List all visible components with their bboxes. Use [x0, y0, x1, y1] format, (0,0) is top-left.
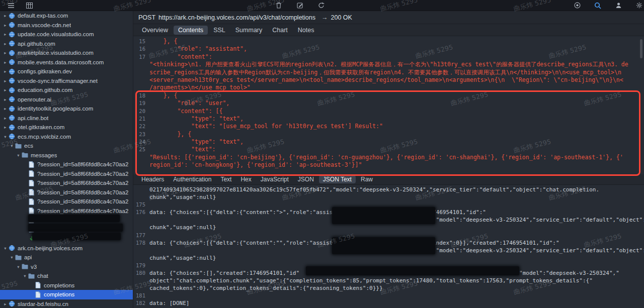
code-line: 18}, { — [133, 92, 644, 99]
chevron-right-icon[interactable]: ▸ — [3, 23, 8, 28]
sidebar-item-selected[interactable]: completions — [0, 290, 133, 299]
line-number: 176 — [133, 209, 149, 216]
record-icon[interactable] — [573, 2, 581, 10]
sidebar-item-label: ark.cn-beijing.volces.com — [18, 245, 83, 251]
redaction-box — [28, 224, 123, 232]
chevron-down-icon[interactable]: ▾ — [3, 134, 8, 139]
tab-overview[interactable]: Overview — [137, 26, 173, 35]
code-line: 17"content": — [133, 53, 644, 61]
chevron-down-icon[interactable]: ▾ — [16, 153, 21, 158]
sidebar-item[interactable]: ?session_id=5a8f66fdd8ca4c70aa2 — [0, 169, 133, 179]
sidebar-item[interactable]: ?session_id=5a8f66fdd8ca4c70aa2 — [0, 160, 133, 169]
search-icon[interactable] — [594, 2, 602, 10]
chevron-right-icon[interactable]: ▸ — [3, 106, 8, 111]
menu-icon[interactable] — [7, 2, 15, 10]
line-number: 19 — [133, 99, 149, 107]
tab-raw[interactable]: Raw — [357, 175, 377, 183]
tab-notes[interactable]: Notes — [293, 26, 319, 35]
globe-icon — [8, 106, 16, 112]
sidebar-item[interactable]: ?session_id=5a8f66fdd8ca4c70aa2 — [0, 188, 133, 197]
sidebar-item[interactable]: ▾chat — [0, 271, 133, 281]
sidebar-item[interactable]: ▸marketplace.visualstudio.com — [0, 48, 133, 58]
sidebar-item[interactable]: ▸main.vscode-cdn.net — [0, 21, 133, 30]
chevron-right-icon[interactable]: ▸ — [3, 125, 8, 130]
sidebar-item[interactable]: ▸otel.gitkraken.com — [0, 123, 133, 132]
line-number: 22 — [133, 123, 149, 130]
sidebar-item[interactable]: completions — [0, 281, 133, 290]
sidebar-item[interactable]: ▸education.github.com — [0, 85, 133, 95]
sidebar-item[interactable]: ▸vscode-sync.trafficmanager.net — [0, 76, 133, 86]
tab-json[interactable]: JSON — [294, 175, 318, 183]
tab-hex[interactable]: Hex — [236, 175, 255, 183]
tab-chart[interactable]: Chart — [268, 26, 292, 35]
chevron-down-icon[interactable]: ▾ — [22, 273, 28, 278]
tab-javascript[interactable]: JavaScript — [257, 175, 293, 183]
code-line: 20"content": [{ — [133, 108, 644, 115]
sidebar-item-label: api.github.com — [18, 41, 55, 47]
edit-icon[interactable] — [296, 2, 304, 10]
sidebar-item[interactable]: ▾ecs — [0, 141, 133, 151]
line-number — [133, 154, 149, 161]
tab-contents[interactable]: Contents — [174, 26, 208, 35]
chevron-right-icon[interactable]: ▸ — [3, 116, 8, 121]
tab-text[interactable]: Text — [216, 175, 235, 183]
tab-json-text[interactable]: JSON Text — [319, 175, 356, 183]
line-number: 178 — [133, 239, 149, 247]
line-number — [133, 76, 149, 84]
sidebar-item[interactable]: ▾ecs.mcp.volcbiz.com — [0, 132, 133, 142]
chevron-right-icon[interactable]: ▸ — [3, 32, 8, 37]
tab-headers[interactable]: Headers — [137, 175, 168, 183]
sidebar-item[interactable]: ▸api.github.com — [0, 39, 133, 49]
sidebar-item[interactable]: ▾api — [0, 253, 133, 262]
line-number: 15 — [133, 38, 149, 45]
chevron-right-icon[interactable]: ▸ — [3, 301, 8, 306]
chevron-down-icon[interactable]: ▾ — [9, 255, 15, 260]
sidebar-item-label: ?session_id=5a8f66fdd8ca4c70aa2 — [37, 161, 128, 167]
code-text: scribe_regions工具的输入参数中Region默认为cn-beijin… — [149, 69, 621, 76]
sidebar-item[interactable]: ▸configs.gitkraken.dev — [0, 67, 133, 76]
sidebar-item[interactable]: ▾ark.cn-beijing.volces.com — [0, 244, 133, 253]
sidebar-item[interactable]: ▾messages — [0, 151, 133, 160]
sidebar-item-label: configs.gitkraken.dev — [18, 68, 72, 74]
chevron-down-icon[interactable]: ▾ — [3, 246, 8, 251]
sidebar-item[interactable]: ▸identitytoolkit.googleapis.com — [0, 104, 133, 114]
code-line: chunk","usage":null} — [133, 254, 644, 262]
sidebar-item[interactable]: ?session_id=5a8f66fdd8ca4c70aa2 — [0, 178, 133, 188]
table-icon[interactable] — [25, 2, 33, 10]
chevron-right-icon[interactable]: ▸ — [3, 13, 8, 18]
user-icon[interactable] — [614, 2, 622, 10]
tab-summary[interactable]: Summary — [231, 26, 267, 35]
doc-icon — [28, 208, 35, 214]
sidebar-item[interactable]: ▸openrouter.ai — [0, 95, 133, 105]
chevron-right-icon[interactable]: ▸ — [3, 69, 8, 74]
chevron-right-icon[interactable]: ▸ — [3, 41, 8, 46]
chevron-right-icon[interactable]: ▸ — [3, 50, 8, 55]
sidebar-item[interactable]: ?session_id=5a8f66fdd8ca4c70aa2 — [0, 197, 133, 207]
sidebar-item[interactable]: ▸slardar-bd.feishu.cn — [0, 299, 133, 308]
sidebar-item[interactable]: ▸api.cline.bot — [0, 114, 133, 123]
doc-icon — [28, 180, 35, 186]
sidebar-item[interactable]: ▸mobile.events.data.microsoft.com — [0, 58, 133, 67]
refresh-icon[interactable] — [317, 2, 325, 10]
redaction-box — [332, 207, 435, 224]
gear-icon[interactable] — [635, 2, 643, 10]
globe-icon — [8, 124, 16, 131]
globe-icon — [8, 87, 16, 93]
line-number: 177 — [133, 232, 149, 239]
doc-icon — [34, 291, 42, 298]
trash-icon[interactable] — [275, 2, 283, 10]
tab-authentication[interactable]: Authentication — [169, 175, 215, 183]
chevron-down-icon[interactable]: ▾ — [9, 143, 15, 148]
sidebar-item[interactable]: ▸default.exp-tas.com — [0, 11, 133, 21]
sidebar-item[interactable]: ▸update.code.visualstudio.com — [0, 30, 133, 39]
chevron-down-icon[interactable]: ▾ — [16, 264, 21, 269]
sidebar-item[interactable]: ▾v3 — [0, 262, 133, 272]
json-request-view[interactable]: 15}, {16"role": "assistant",17"content":… — [133, 36, 644, 174]
chevron-right-icon[interactable]: ▸ — [3, 97, 8, 102]
chevron-right-icon[interactable]: ▸ — [3, 60, 8, 65]
tab-ssl[interactable]: SSL — [209, 26, 230, 35]
scrollbar-thumb[interactable] — [640, 39, 642, 58]
chevron-right-icon[interactable]: ▸ — [3, 78, 8, 83]
line-number — [133, 284, 149, 292]
chevron-right-icon[interactable]: ▸ — [3, 87, 8, 92]
